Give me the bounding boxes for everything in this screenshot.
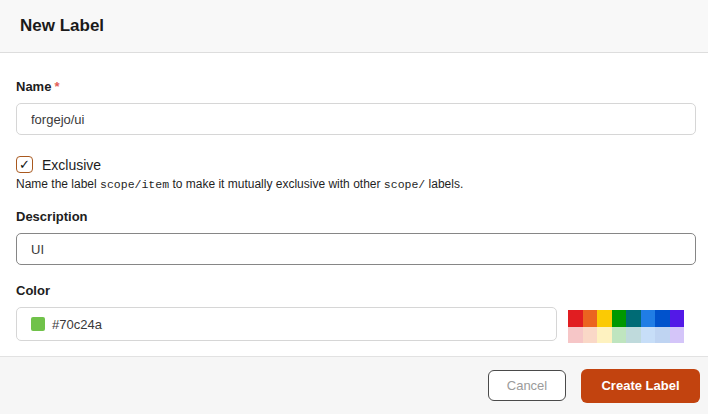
color-row: #70c24a (16, 307, 692, 343)
palette-swatch[interactable] (626, 310, 641, 327)
color-palette (568, 310, 684, 343)
name-label: Name* (16, 79, 692, 94)
color-input[interactable]: #70c24a (16, 307, 557, 341)
dialog-footer: Cancel Create Label (0, 356, 708, 414)
palette-swatch[interactable] (655, 310, 670, 327)
color-field-group: Color #70c24a (16, 283, 692, 343)
palette-swatch[interactable] (641, 310, 656, 327)
help-code-scope: scope/ (384, 178, 425, 191)
description-field-group: Description (16, 209, 692, 265)
help-suffix: labels. (425, 177, 463, 191)
palette-swatch[interactable] (583, 310, 598, 327)
help-code-scope-item: scope/item (100, 178, 169, 191)
required-asterisk: * (54, 79, 59, 94)
palette-swatch[interactable] (670, 327, 685, 343)
new-label-dialog: New Label Name* ✓ Exclusive Name the lab… (0, 0, 708, 414)
palette-swatch[interactable] (568, 310, 583, 327)
name-input[interactable] (16, 103, 696, 135)
palette-swatch[interactable] (626, 327, 641, 343)
dialog-body: Name* ✓ Exclusive Name the label scope/i… (0, 53, 708, 356)
help-prefix: Name the label (16, 177, 100, 191)
palette-swatch[interactable] (568, 327, 583, 343)
color-label: Color (16, 283, 692, 298)
create-label-button[interactable]: Create Label (581, 369, 700, 403)
palette-swatch[interactable] (670, 310, 685, 327)
exclusive-label[interactable]: Exclusive (42, 157, 101, 173)
palette-swatch[interactable] (612, 310, 627, 327)
description-label: Description (16, 209, 692, 224)
palette-swatch[interactable] (641, 327, 656, 343)
checkmark-icon: ✓ (19, 158, 30, 171)
name-label-text: Name (16, 79, 51, 94)
dialog-title: New Label (20, 16, 104, 36)
palette-swatch[interactable] (612, 327, 627, 343)
palette-swatch[interactable] (597, 327, 612, 343)
palette-swatch[interactable] (655, 327, 670, 343)
color-value-text: #70c24a (52, 317, 102, 332)
exclusive-row: ✓ Exclusive (16, 156, 692, 173)
cancel-button[interactable]: Cancel (488, 370, 566, 401)
palette-swatch[interactable] (583, 327, 598, 343)
color-preview-swatch (31, 317, 45, 331)
palette-swatch[interactable] (597, 310, 612, 327)
exclusive-checkbox[interactable]: ✓ (16, 156, 33, 173)
exclusive-help-text: Name the label scope/item to make it mut… (16, 177, 692, 191)
name-field-group: Name* (16, 79, 692, 135)
dialog-header: New Label (0, 0, 708, 53)
help-middle: to make it mutually exclusive with other (169, 177, 384, 191)
description-input[interactable] (16, 233, 696, 265)
